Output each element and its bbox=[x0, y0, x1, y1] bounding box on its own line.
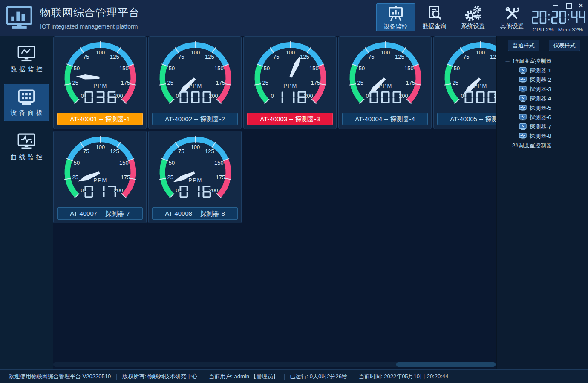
svg-text:150: 150 bbox=[404, 65, 414, 71]
nav-other-settings[interactable]: 其他设置 bbox=[493, 3, 531, 31]
gauge: 0255075100125150175200PPM bbox=[149, 133, 242, 207]
svg-text:50: 50 bbox=[74, 160, 80, 166]
tree-node-label: 探测器-3 bbox=[530, 86, 551, 93]
svg-text:125: 125 bbox=[205, 148, 214, 154]
sidebar-item-device-panel[interactable]: 设备面板 bbox=[4, 84, 49, 121]
gears-icon bbox=[465, 5, 482, 22]
svg-text:PPM: PPM bbox=[283, 83, 297, 89]
monitor-line-icon bbox=[17, 45, 36, 63]
device-label[interactable]: AT-40003 -- 探测器-3 bbox=[247, 113, 333, 125]
scrollbar-thumb[interactable] bbox=[396, 362, 496, 367]
gauge-card[interactable]: 0255075100125150175200PPMAT-40002 -- 探测器… bbox=[148, 36, 242, 129]
sidebar-item-curve-monitor[interactable]: 曲线监控 bbox=[4, 128, 49, 166]
nav-system-settings[interactable]: 系统设置 bbox=[454, 3, 493, 31]
style-button-normal-style[interactable]: 普通样式 bbox=[508, 40, 539, 51]
tree-node-detector[interactable]: 探测器-8 bbox=[497, 131, 588, 141]
mem-usage: Mem 32% bbox=[558, 26, 583, 33]
doc-search-icon bbox=[426, 5, 443, 22]
gauge-card[interactable]: 0255075100125150175200PPMAT-40003 -- 探测器… bbox=[243, 36, 337, 129]
svg-text:175: 175 bbox=[216, 80, 225, 86]
svg-text:100: 100 bbox=[476, 49, 485, 56]
tree-node-label: 探测器-8 bbox=[530, 132, 551, 140]
tree-node-label: 探测器-2 bbox=[530, 76, 551, 84]
tree-node-detector[interactable]: 探测器-7 bbox=[497, 122, 588, 131]
svg-text:50: 50 bbox=[454, 65, 460, 71]
tree-node-detector[interactable]: 探测器-1 bbox=[497, 66, 588, 75]
gauge-card[interactable]: 0255075100125150175200PPMAT-40004 -- 探测器… bbox=[338, 36, 432, 129]
svg-text:75: 75 bbox=[178, 54, 184, 60]
tree-expander-icon[interactable]: ─ bbox=[504, 58, 510, 65]
tree-node-controller[interactable]: ─1#调度室控制器 bbox=[497, 57, 588, 66]
main-content: 0255075100125150175200PPMAT-40001 -- 探测器… bbox=[53, 36, 588, 369]
svg-text:0: 0 bbox=[176, 93, 179, 99]
nav-device-monitor[interactable]: 设备监控 bbox=[376, 3, 415, 31]
svg-text:25: 25 bbox=[72, 80, 78, 86]
detector-icon bbox=[519, 95, 527, 102]
svg-text:75: 75 bbox=[83, 54, 89, 60]
status-segment: 当前用户: admin 【管理员】 bbox=[203, 373, 284, 380]
minimize-icon[interactable] bbox=[552, 3, 558, 9]
window-controls: ✕ bbox=[552, 3, 584, 9]
tree-node-detector[interactable]: 探测器-4 bbox=[497, 94, 588, 103]
svg-text:175: 175 bbox=[406, 80, 415, 86]
svg-text:25: 25 bbox=[262, 80, 268, 86]
svg-text:25: 25 bbox=[72, 174, 78, 180]
status-segment: 当前时间: 2022年05月10日 20:20:44 bbox=[353, 373, 454, 380]
gauge-card[interactable]: 0255075100125150175200PPMAT-40008 -- 探测器… bbox=[148, 131, 242, 223]
svg-text:PPM: PPM bbox=[188, 177, 202, 183]
tree-node-detector[interactable]: 探测器-3 bbox=[497, 85, 588, 94]
svg-text:50: 50 bbox=[359, 65, 365, 71]
svg-text:100: 100 bbox=[381, 49, 390, 56]
tree-node-label: 探测器-7 bbox=[530, 123, 551, 131]
detector-icon bbox=[519, 67, 527, 74]
tree-node-detector[interactable]: 探测器-6 bbox=[497, 113, 588, 122]
sidebar-item-data-monitor[interactable]: 数据监控 bbox=[4, 40, 49, 78]
tree-node-controller[interactable]: 2#调度室控制器 bbox=[497, 141, 588, 150]
device-label[interactable]: AT-40007 -- 探测器-7 bbox=[57, 207, 143, 220]
title-block: 物联网综合管理平台 IOT integrated management plat… bbox=[40, 6, 140, 30]
device-label[interactable]: AT-40004 -- 探测器-4 bbox=[342, 113, 428, 125]
device-label[interactable]: AT-40002 -- 探测器-2 bbox=[152, 113, 238, 125]
svg-text:0: 0 bbox=[366, 93, 369, 99]
device-tree-panel: 普通样式仪表样式 ─1#调度室控制器探测器-1探测器-2探测器-3探测器-4探测… bbox=[496, 36, 588, 369]
detector-icon bbox=[519, 133, 527, 140]
header-bar: 物联网综合管理平台 IOT integrated management plat… bbox=[0, 0, 588, 36]
svg-text:25: 25 bbox=[167, 174, 173, 180]
svg-text:0: 0 bbox=[271, 93, 274, 99]
page-title: 物联网综合管理平台 bbox=[40, 6, 140, 20]
svg-text:125: 125 bbox=[110, 148, 119, 154]
device-tree: ─1#调度室控制器探测器-1探测器-2探测器-3探测器-4探测器-5探测器-6探… bbox=[497, 53, 588, 150]
nav-data-query[interactable]: 数据查询 bbox=[415, 3, 454, 31]
tree-node-label: 探测器-6 bbox=[530, 114, 551, 121]
style-buttons: 普通样式仪表样式 bbox=[497, 36, 588, 53]
device-label[interactable]: AT-40001 -- 探测器-1 bbox=[57, 113, 143, 125]
horizontal-scrollbar[interactable] bbox=[53, 362, 496, 367]
svg-text:150: 150 bbox=[119, 65, 129, 71]
gauge-card[interactable]: 0255075100125150175200PPMAT-40001 -- 探测器… bbox=[53, 36, 147, 129]
nav-label: 设备监控 bbox=[384, 23, 408, 31]
logo-monitor-icon bbox=[6, 6, 32, 30]
system-load: CPU 2% Mem 32% bbox=[530, 26, 585, 33]
svg-text:25: 25 bbox=[167, 80, 173, 86]
style-button-gauge-style[interactable]: 仪表样式 bbox=[549, 40, 580, 51]
device-label[interactable]: AT-40008 -- 探测器-8 bbox=[152, 207, 238, 220]
gauge: 0255075100125150175200PPM bbox=[149, 38, 242, 112]
tree-node-detector[interactable]: 探测器-2 bbox=[497, 75, 588, 85]
svg-text:150: 150 bbox=[309, 65, 319, 71]
gauge: 0255075100125150175200PPM bbox=[54, 38, 147, 112]
svg-text:0: 0 bbox=[81, 93, 84, 99]
svg-text:125: 125 bbox=[395, 54, 404, 60]
sidebar-item-label: 曲线监控 bbox=[9, 153, 45, 161]
gauge-card[interactable]: 0255075100125150175200PPMAT-40007 -- 探测器… bbox=[53, 131, 147, 223]
close-icon[interactable]: ✕ bbox=[578, 3, 584, 9]
sidebar: 数据监控设备面板曲线监控 bbox=[0, 36, 53, 369]
cpu-usage: CPU 2% bbox=[533, 26, 554, 33]
tree-node-detector[interactable]: 探测器-5 bbox=[497, 103, 588, 113]
svg-text:75: 75 bbox=[273, 54, 279, 60]
maximize-icon[interactable] bbox=[565, 3, 571, 9]
detector-icon bbox=[519, 123, 527, 130]
grid-panel-icon bbox=[17, 89, 36, 106]
svg-text:PPM: PPM bbox=[93, 83, 107, 89]
tree-node-label: 1#调度室控制器 bbox=[512, 57, 551, 65]
clock-digits bbox=[531, 10, 585, 25]
